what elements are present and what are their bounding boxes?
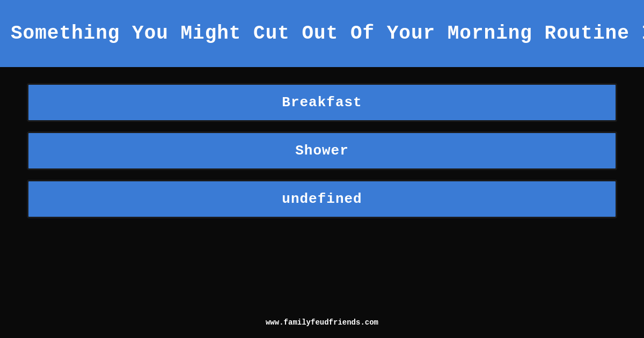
question-title: Something You Might Cut Out Of Your Morn… [11, 23, 644, 45]
answers-container: Breakfast Shower undefined [0, 67, 644, 234]
answer-button-1[interactable]: Breakfast [27, 83, 617, 122]
answer-button-3[interactable]: undefined [27, 180, 617, 218]
answer-label-1: Breakfast [282, 94, 362, 111]
answer-label-2: Shower [295, 143, 349, 159]
answer-label-3: undefined [282, 191, 362, 207]
answer-button-2[interactable]: Shower [27, 131, 617, 170]
footer: www.familyfeudfriends.com [0, 318, 644, 327]
footer-url: www.familyfeudfriends.com [266, 318, 378, 327]
header-bar: Something You Might Cut Out Of Your Morn… [0, 0, 644, 67]
